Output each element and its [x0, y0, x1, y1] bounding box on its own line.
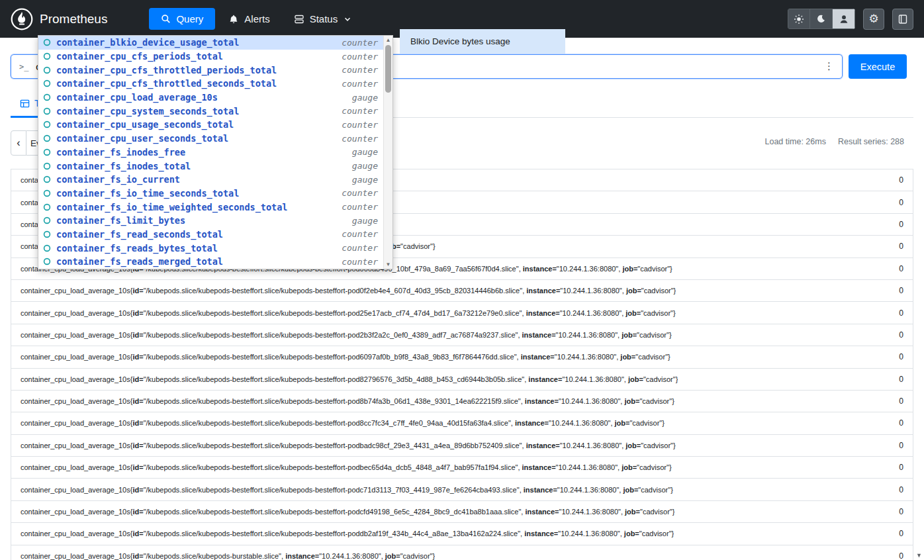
metric-type: counter	[342, 52, 378, 62]
prometheus-logo-icon	[11, 8, 33, 30]
nav-query-label: Query	[176, 13, 203, 24]
table-row: container_cpu_load_average_10s{id="/kube…	[11, 412, 913, 434]
metric-type: gauge	[352, 175, 378, 185]
autocomplete-scrollbar[interactable]: ▲ ▼	[383, 36, 393, 269]
autocomplete-item[interactable]: container_fs_reads_bytes_total counter	[38, 241, 383, 255]
series-value: 0	[886, 352, 903, 361]
series-selector: container_cpu_load_average_10s{id="/kube…	[21, 463, 672, 471]
theme-dark-button[interactable]	[810, 9, 833, 29]
nav-query-button[interactable]: Query	[149, 8, 215, 30]
autocomplete-info-tooltip: Blkio Device bytes usage	[400, 29, 565, 54]
metric-type: counter	[342, 257, 378, 267]
theme-light-button[interactable]	[788, 9, 810, 29]
metric-circle-icon	[43, 257, 51, 265]
autocomplete-item[interactable]: container_cpu_cfs_periods_total counter	[38, 50, 383, 64]
metric-type: gauge	[352, 93, 378, 103]
series-selector: container_cpu_load_average_10s{id="/kube…	[21, 331, 672, 339]
series-value: 0	[886, 418, 903, 428]
series-selector: container_cpu_load_average_10s{id="/kube…	[21, 486, 673, 494]
nav-status-dropdown[interactable]: Status	[283, 8, 363, 30]
main-nav: Query Alerts Status	[149, 8, 363, 30]
search-icon	[161, 14, 171, 24]
metric-name: container_cpu_cfs_throttled_periods_tota…	[56, 65, 277, 75]
series-value: 0	[886, 264, 903, 273]
metric-circle-icon	[43, 52, 51, 60]
autocomplete-item[interactable]: container_fs_io_time_weighted_seconds_to…	[38, 200, 383, 214]
metric-circle-icon	[43, 230, 51, 238]
autocomplete-item[interactable]: container_cpu_cfs_throttled_periods_tota…	[38, 63, 383, 77]
metric-type: gauge	[352, 216, 378, 226]
docs-button[interactable]	[892, 9, 913, 30]
series-value: 0	[886, 175, 903, 185]
terminal-prompt-icon: >_	[19, 62, 28, 71]
metric-circle-icon	[43, 148, 51, 156]
metric-circle-icon	[43, 162, 51, 170]
sun-icon	[794, 14, 804, 24]
execute-button[interactable]: Execute	[849, 54, 907, 79]
series-value: 0	[886, 286, 903, 295]
autocomplete-item[interactable]: container_fs_read_seconds_total counter	[38, 228, 383, 242]
table-row: container_cpu_load_average_10s{id="/kube…	[11, 280, 913, 302]
metric-type: counter	[342, 188, 378, 198]
metric-type: counter	[342, 79, 378, 89]
theme-system-button[interactable]	[833, 9, 855, 29]
input-options-kebab-icon[interactable]: ⋮	[824, 60, 834, 72]
autocomplete-item[interactable]: container_fs_limit_bytes gauge	[38, 214, 383, 228]
scrollbar-thumb[interactable]	[385, 45, 391, 93]
metric-name: container_fs_inodes_free	[56, 147, 185, 158]
table-row: container_cpu_load_average_10s{id="/kube…	[11, 501, 913, 523]
evaluation-time-prev-button[interactable]: ‹	[11, 130, 26, 156]
metric-name: container_fs_reads_bytes_total	[56, 243, 218, 254]
metric-name: container_fs_io_current	[56, 174, 180, 185]
autocomplete-item[interactable]: container_cpu_load_average_10s gauge	[38, 91, 383, 105]
query-stats: Load time: 26ms Result series: 288	[765, 137, 904, 146]
series-value: 0	[886, 463, 903, 472]
load-time: Load time: 26ms	[765, 137, 826, 146]
series-selector: container_cpu_load_average_10s{id="/kube…	[21, 397, 674, 405]
metric-type: counter	[342, 229, 378, 239]
series-selector: container_cpu_load_average_10s{id="/kube…	[21, 287, 676, 295]
metric-name: container_cpu_system_seconds_total	[56, 106, 239, 117]
chevron-down-icon	[343, 15, 352, 24]
brand[interactable]: Prometheus	[11, 8, 107, 30]
autocomplete-list: container_blkio_device_usage_total count…	[38, 36, 383, 269]
autocomplete-item[interactable]: container_fs_inodes_total gauge	[38, 159, 383, 173]
series-value: 0	[886, 507, 903, 516]
series-selector: container_cpu_load_average_10s{id="/kube…	[21, 508, 674, 516]
stack-icon	[294, 14, 304, 24]
table-icon	[20, 99, 30, 109]
book-icon	[898, 14, 908, 24]
autocomplete-item[interactable]: container_fs_inodes_free gauge	[38, 146, 383, 160]
autocomplete-item[interactable]: container_cpu_system_seconds_total count…	[38, 104, 383, 118]
metric-type: counter	[342, 106, 378, 116]
metric-name: container_cpu_cfs_throttled_seconds_tota…	[56, 78, 277, 89]
table-row: container_cpu_load_average_10s{id="/kube…	[11, 479, 913, 500]
nav-status-label: Status	[310, 13, 338, 24]
series-selector: container_cpu_load_average_10s{id="/kube…	[21, 375, 678, 383]
settings-button[interactable]: ⚙	[863, 9, 884, 30]
scrollbar-up-arrow[interactable]: ▲	[386, 36, 391, 44]
table-row: container_cpu_load_average_10s{id="/kube…	[11, 523, 913, 545]
metric-circle-icon	[43, 134, 51, 142]
table-row: container_cpu_load_average_10s{id="/kube…	[11, 435, 913, 457]
scrollbar-down-arrow[interactable]: ▼	[386, 260, 391, 269]
autocomplete-item[interactable]: container_fs_io_current gauge	[38, 173, 383, 187]
metric-circle-icon	[43, 79, 51, 87]
autocomplete-item[interactable]: container_cpu_user_seconds_total counter	[38, 132, 383, 146]
series-value: 0	[886, 375, 903, 384]
table-row: container_cpu_load_average_10s{id="/kube…	[11, 457, 913, 479]
series-value: 0	[886, 198, 903, 207]
series-selector: container_cpu_load_average_10s{id="/kube…	[21, 353, 670, 361]
autocomplete-item[interactable]: container_fs_io_time_seconds_total count…	[38, 187, 383, 201]
metric-circle-icon	[43, 66, 51, 74]
moon-icon	[816, 14, 826, 24]
autocomplete-item[interactable]: container_cpu_cfs_throttled_seconds_tota…	[38, 77, 383, 91]
metric-name: container_fs_inodes_total	[56, 161, 191, 171]
nav-alerts-link[interactable]: Alerts	[218, 8, 280, 30]
table-row: container_cpu_load_average_10s{id="/kube…	[11, 369, 913, 391]
autocomplete-item[interactable]: container_blkio_device_usage_total count…	[38, 36, 383, 50]
page-scroll-down-arrow[interactable]: ▼	[916, 552, 922, 559]
series-selector: container_cpu_load_average_10s{id="/kube…	[21, 309, 676, 317]
autocomplete-item[interactable]: container_cpu_usage_seconds_total counte…	[38, 118, 383, 132]
autocomplete-item[interactable]: container_fs_reads_merged_total counter	[38, 255, 383, 269]
